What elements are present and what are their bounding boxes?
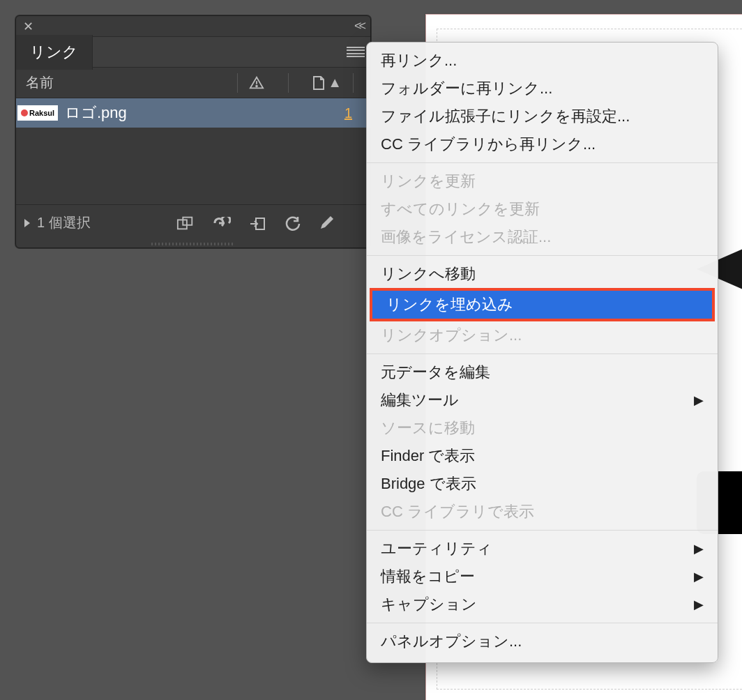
menu-item-label: リンクを埋め込み xyxy=(386,294,698,315)
menu-separator xyxy=(367,623,718,623)
menu-item[interactable]: CC ライブラリから再リンク... xyxy=(367,130,718,158)
column-headers: 名前 ▲ xyxy=(16,68,370,98)
menu-item[interactable]: フォルダーに再リンク... xyxy=(367,75,718,102)
panel-context-menu: 再リンク...フォルダーに再リンク...ファイル拡張子にリンクを再設定...CC… xyxy=(366,42,718,663)
menu-item-label: Finder で表示 xyxy=(381,446,704,466)
menu-item-label: CC ライブラリから再リンク... xyxy=(381,134,704,155)
menu-item-label: リンクオプション... xyxy=(381,325,704,346)
menu-item-label: リンクへ移動 xyxy=(381,264,704,284)
menu-item-label: 画像をライセンス認証... xyxy=(381,227,704,248)
menu-item[interactable]: ユーティリティ▶ xyxy=(367,535,718,563)
menu-item-label: パネルオプション... xyxy=(381,631,704,652)
menu-item[interactable]: パネルオプション... xyxy=(367,627,718,655)
column-name[interactable]: 名前 xyxy=(26,73,230,92)
links-panel: ✕ << リンク 名前 ▲ xyxy=(15,15,371,248)
panel-footer: 1 個選択 xyxy=(16,204,370,241)
selection-count-label: 1 個選択 xyxy=(37,213,91,232)
menu-item[interactable]: Bridge で表示 xyxy=(367,470,718,498)
menu-item-label: キャプション xyxy=(381,594,694,615)
menu-separator xyxy=(367,353,718,354)
menu-item: ソースに移動 xyxy=(367,414,718,442)
svg-point-1 xyxy=(256,85,257,86)
column-divider xyxy=(237,73,238,93)
close-icon[interactable]: ✕ xyxy=(20,17,36,36)
menu-item: すべてのリンクを更新 xyxy=(367,195,718,223)
update-link-icon[interactable] xyxy=(284,215,301,231)
submenu-arrow-icon: ▶ xyxy=(694,393,704,408)
menu-item: 画像をライセンス認証... xyxy=(367,223,718,251)
menu-item-label: Bridge で表示 xyxy=(381,473,704,494)
menu-item-label: 元データを編集 xyxy=(381,362,704,383)
menu-item-label: 編集ツール xyxy=(381,390,694,411)
callout-highlight: リンクを埋め込み xyxy=(370,288,715,321)
menu-item-label: 再リンク... xyxy=(381,50,704,71)
menu-item-label: ファイル拡張子にリンクを再設定... xyxy=(381,106,704,127)
column-divider xyxy=(353,73,354,93)
goto-link-icon[interactable] xyxy=(213,217,231,229)
menu-item-label: リンクを更新 xyxy=(381,171,704,192)
submenu-arrow-icon: ▶ xyxy=(694,569,704,584)
menu-item-label: 情報をコピー xyxy=(381,566,694,587)
chevron-right-icon xyxy=(24,219,30,227)
menu-item[interactable]: 編集ツール▶ xyxy=(367,386,718,414)
menu-item[interactable]: Finder で表示 xyxy=(367,442,718,470)
column-divider xyxy=(288,73,289,93)
sort-indicator-icon: ▲ xyxy=(328,75,342,91)
menu-item[interactable]: 元データを編集 xyxy=(367,358,718,386)
menu-item: リンクオプション... xyxy=(367,321,718,349)
menu-item[interactable]: リンクへ移動 xyxy=(367,260,718,288)
submenu-arrow-icon: ▶ xyxy=(694,597,704,612)
panel-tabbar: リンク xyxy=(16,37,370,68)
menu-separator xyxy=(367,162,718,163)
selection-info-toggle[interactable]: 1 個選択 xyxy=(24,213,91,232)
menu-item[interactable]: 情報をコピー▶ xyxy=(367,563,718,591)
menu-item: リンクを更新 xyxy=(367,167,718,195)
menu-item[interactable]: リンクを埋め込み xyxy=(372,291,712,319)
collapse-icon[interactable]: << xyxy=(354,19,366,33)
menu-separator xyxy=(367,530,718,531)
submenu-arrow-icon: ▶ xyxy=(694,541,704,556)
menu-item[interactable]: ファイル拡張子にリンクを再設定... xyxy=(367,102,718,130)
resize-grip[interactable] xyxy=(16,241,370,248)
page-column-icon[interactable]: ▲ xyxy=(312,75,342,91)
menu-item[interactable]: 再リンク... xyxy=(367,47,718,75)
menu-separator xyxy=(367,255,718,256)
panel-menu-icon[interactable] xyxy=(347,45,365,59)
panel-titlebar[interactable]: ✕ << xyxy=(16,16,370,37)
link-filename: ロゴ.png xyxy=(65,102,344,123)
menu-item-label: フォルダーに再リンク... xyxy=(381,78,704,99)
menu-item-label: ユーティリティ xyxy=(381,538,694,559)
menu-item-label: すべてのリンクを更新 xyxy=(381,199,704,220)
relink-icon[interactable] xyxy=(176,215,195,231)
menu-item: CC ライブラリで表示 xyxy=(367,498,718,526)
link-thumbnail: Raksul xyxy=(17,105,58,121)
link-page-number[interactable]: 1 xyxy=(344,105,365,121)
tab-links[interactable]: リンク xyxy=(16,35,93,70)
edit-original-icon[interactable] xyxy=(319,215,334,231)
status-column-icon[interactable] xyxy=(249,75,264,91)
menu-item-label: CC ライブラリで表示 xyxy=(381,501,704,522)
embed-link-icon[interactable] xyxy=(249,215,266,231)
link-row[interactable]: Raksul ロゴ.png 1 xyxy=(16,98,370,128)
panel-body xyxy=(16,128,370,204)
menu-item-label: ソースに移動 xyxy=(381,418,704,439)
menu-item[interactable]: キャプション▶ xyxy=(367,591,718,618)
